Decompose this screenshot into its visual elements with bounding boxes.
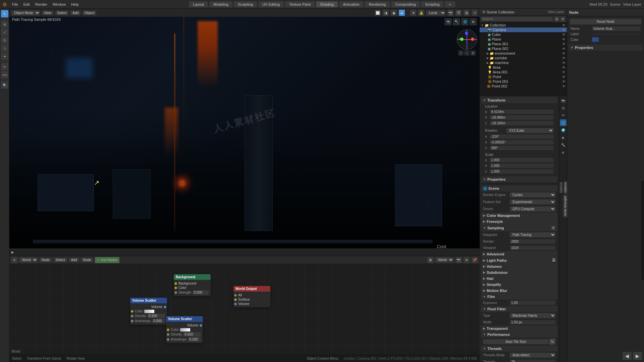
ol-arrow-machine[interactable]: ▶ [487,61,489,64]
tool-select[interactable]: ↖ [1,10,8,17]
ol-eye-collection[interactable]: 👁 [562,23,566,27]
ol-arrow-collection[interactable]: ▼ [481,24,484,27]
ol-arrow-corridor[interactable]: ▶ [487,57,489,60]
performance-header[interactable]: ▼ Performance [481,331,557,338]
menu-render[interactable]: Render [33,2,50,7]
zoom-out-btn[interactable]: − [464,50,470,56]
tab-sculpting[interactable]: Sculpting [234,1,257,7]
viewport-shading-options[interactable]: ▾ [410,10,416,16]
outliner-search-input[interactable] [481,17,553,21]
ol-eye-area[interactable]: 👁 [562,66,566,69]
vp-view-btn[interactable]: View [42,11,53,15]
loc-y-value[interactable]: -18.988m [490,115,553,120]
viewport-3d[interactable]: 人人素材社区 人人素材社区 人人素材社区 人人素材社区 [9,9,480,256]
volume-scatter-node-1[interactable]: Volume Scatter Volume Color [130,298,167,325]
auto-tile-btn[interactable]: Auto Tile Size [483,339,549,344]
tool-measure[interactable]: ⟺ [1,71,8,78]
threads-mode-select[interactable]: Auto-detect [510,353,555,358]
menu-help[interactable]: Help [68,2,82,7]
viewport-cam-icon[interactable]: 📷 [447,10,453,16]
vp-control-btn-2[interactable]: 🔦 [453,18,460,25]
prev-arrow[interactable]: ◀ [623,352,632,360]
tab-shading[interactable]: Shading [316,1,337,7]
threads-count-value[interactable]: 29 [510,360,555,362]
ol-eye-plane002[interactable]: 👁 [562,47,566,51]
prop-icon-modifier[interactable]: 🔧 [560,141,567,148]
filter-width-value[interactable]: 1.50 px [510,320,555,324]
sampling-list-icon[interactable]: ☰ [551,226,555,230]
tab-scripting[interactable]: Scripting [421,1,444,7]
transform-header[interactable]: ▼ Transform [481,97,557,103]
tab-rendering[interactable]: Rendering [365,1,390,7]
rot-y-value[interactable]: -0.00535° [490,140,553,144]
loc-x-value[interactable]: 9.4134m [490,110,553,114]
ne-view-icon-2[interactable]: ✕ [464,257,470,263]
vs2-density-val[interactable]: 0.020 [183,332,201,337]
vp-control-btn-1[interactable]: 📷 [444,18,452,25]
tool-rotate[interactable]: ↻ [1,37,8,44]
ol-arrow-environment[interactable]: ▶ [487,52,489,55]
tool-transform[interactable]: ✦ [1,53,8,60]
tab-add[interactable]: + [445,1,455,7]
integrator-select[interactable]: Path Tracing [510,232,555,237]
vp-add-btn[interactable]: Add [70,11,80,15]
tab-compositing[interactable]: Compositing [391,1,420,7]
ne-select-btn[interactable]: Select [54,258,67,262]
ol-eye-machine[interactable]: 👁 [562,61,566,65]
ne-menu-icon[interactable]: ≡ [11,257,17,263]
render-samples-value[interactable]: 2000 [510,239,555,244]
shading-solid-btn[interactable]: ◑ [383,10,389,16]
filter-btn-1[interactable]: ⊞ [554,16,559,22]
outliner-item-plane[interactable]: ▣ Plane 👁 [480,37,567,42]
rotation-mode-select[interactable]: XYZ Euler [506,128,553,133]
outliner-item-point002[interactable]: 🔆 Point.002 👁 [480,84,567,88]
ol-eye-point[interactable]: 👁 [562,75,566,79]
viewport-overlay-icon[interactable]: ⊞ [464,10,470,16]
shading-wireframe-btn[interactable]: ⬜ [375,10,381,16]
bg-strength-val[interactable]: 0.500 [193,290,209,295]
shading-rendered-btn[interactable]: ◈ [399,10,405,16]
prop-icon-object[interactable]: ◉ [560,134,567,141]
ne-pin-icon[interactable]: 📌 [472,257,478,263]
vp-object-btn[interactable]: Object [83,11,96,15]
ol-eye-point002[interactable]: 👁 [562,84,566,88]
rot-x-value[interactable]: -224° [490,134,553,139]
next-arrow[interactable]: ▶ [633,352,642,360]
vp-select-btn[interactable]: Select [55,11,69,15]
outliner-item-area[interactable]: 💡 Area 👁 [480,65,567,70]
properties-subheader[interactable]: ▼ Properties [481,176,557,182]
outliner-item-area001[interactable]: 💡 Area.001 👁 [480,70,567,74]
menu-edit[interactable]: Edit [21,2,33,7]
ne-node-btn2[interactable]: Node [81,258,93,262]
outliner-item-environment[interactable]: ▶ 📁 environment 👁 [480,51,567,56]
loc-z-value[interactable]: -18.166m [490,121,553,125]
vs1-aniso-val[interactable]: 0.000 [152,319,165,323]
ol-eye-area001[interactable]: 👁 [562,70,566,74]
outliner-item-point[interactable]: 🔆 Point 👁 [480,74,567,79]
ne-editor-type[interactable]: World [19,257,38,262]
tab-uv-editing[interactable]: UV Editing [258,1,284,7]
ne-add-btn[interactable]: Add [69,258,79,262]
advanced-header[interactable]: ▶ Advanced [481,251,557,257]
transparent-header[interactable]: ▶ Transparent [481,325,557,331]
vs1-color-swatch[interactable] [144,310,154,313]
outliner-item-point001[interactable]: 🔆 Point.001 👁 [480,79,567,84]
tab-modeling[interactable]: Modeling [209,1,232,7]
tool-scale[interactable]: ⤡ [1,45,8,52]
tool-cursor[interactable]: ⊕ [1,20,8,28]
feature-set-select[interactable]: Experimental [510,199,555,204]
outliner-item-machine[interactable]: ▶ 📁 machine 👁 [480,60,567,65]
prop-icon-render[interactable]: 📷 [560,97,567,104]
tab-texture-paint[interactable]: Texture Paint [285,1,315,7]
filter-type-select[interactable]: Blackman Harris [510,313,555,318]
ol-eye-point001[interactable]: 👁 [562,80,566,83]
render-engine-select[interactable]: Cycles [510,192,555,197]
hair-header[interactable]: ▶ Hair [481,276,557,282]
prop-icon-view[interactable]: 👁 [560,112,567,119]
ol-eye-environment[interactable]: 👁 [562,52,566,55]
viewport-samples-value[interactable]: 1024 [510,246,555,250]
node-properties-header[interactable]: ▼ Properties [569,45,643,51]
color-management-header[interactable]: ▶ Color Management [481,213,557,219]
node-canvas[interactable]: Background Background Color [9,264,480,355]
navigation-gizmo[interactable]: X Z Y + − ⊡ [457,29,477,50]
